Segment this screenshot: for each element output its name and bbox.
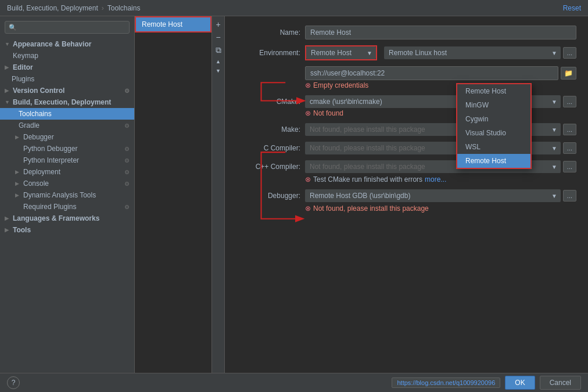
sidebar-item-label: Python Debugger xyxy=(23,145,77,153)
make-label: Make: xyxy=(236,125,300,134)
link-preview: https://blog.csdn.net/q1009920096 xyxy=(392,377,500,388)
c-compiler-dropdown-wrapper: Not found, please install this package ▼… xyxy=(305,142,576,154)
sidebar-item-label: Keymap xyxy=(13,52,38,60)
debugger-error: ⊗ Not found, please install this package xyxy=(305,204,576,213)
cancel-button[interactable]: Cancel xyxy=(540,376,581,390)
environment-dropdown[interactable]: Remote Host MinGW Cygwin Visual Studio W… xyxy=(305,45,377,60)
sidebar-item-toolchains[interactable]: Toolchains xyxy=(0,108,134,120)
search-input[interactable] xyxy=(19,23,126,31)
error-icon: ⊗ xyxy=(305,81,311,89)
debugger-dropdown-wrapper: Remote Host GDB (\usr\bin\gdb) ▼ ... xyxy=(305,189,576,202)
sidebar-item-editor[interactable]: ▶ Editor xyxy=(0,62,134,73)
reset-button[interactable]: Reset xyxy=(563,4,581,12)
sidebar-item-plugins[interactable]: Plugins xyxy=(0,73,134,85)
chevron-icon: ▶ xyxy=(15,192,21,198)
sidebar-item-gradle[interactable]: Gradle ⚙ xyxy=(0,120,134,131)
toolchain-item-label: Remote Host xyxy=(142,20,182,28)
remote-host-settings-button[interactable]: ... xyxy=(563,47,576,59)
center-list: Remote Host xyxy=(135,16,211,373)
cmake-dropdown-wrapper: cmake (\usr\bin\cmake) ▼ ... xyxy=(305,95,576,108)
debugger-settings-button[interactable]: ... xyxy=(563,190,576,202)
sidebar-item-console[interactable]: ▶ Console ⚙ xyxy=(0,178,134,189)
sidebar-item-label: Build, Execution, Deployment xyxy=(13,98,111,106)
error-icon2: ⊗ xyxy=(305,109,311,117)
chevron-icon: ▼ xyxy=(5,99,10,105)
dropdown-item-cygwin[interactable]: Cygwin xyxy=(457,112,530,126)
center-toolbar: + − ⧉ ▲ ▼ xyxy=(211,16,224,373)
sidebar-item-deployment[interactable]: ▶ Deployment ⚙ xyxy=(0,166,134,178)
make-settings-button[interactable]: ... xyxy=(563,124,576,135)
center-panel-wrapper: Remote Host + − ⧉ ▲ ▼ xyxy=(135,16,225,373)
settings-icon: ⚙ xyxy=(124,204,130,210)
credentials-field-row: 📁 xyxy=(236,66,576,80)
chevron-icon: ▶ xyxy=(15,169,21,175)
test-cmake-text: Test CMake run finished with errors xyxy=(313,175,422,184)
cpp-compiler-settings-button[interactable]: ... xyxy=(563,161,576,172)
bottom-bar: ? https://blog.csdn.net/q1009920096 OK C… xyxy=(0,373,588,392)
sidebar-item-label: Editor xyxy=(13,63,33,71)
dropdown-item-wsl[interactable]: WSL xyxy=(457,140,530,154)
move-down-button[interactable]: ▼ xyxy=(212,67,225,75)
sidebar-item-label: Required Plugins xyxy=(23,203,76,211)
help-button[interactable]: ? xyxy=(7,376,20,389)
chevron-icon: ▶ xyxy=(5,64,10,70)
name-field-row: Name: xyxy=(236,26,576,39)
sidebar-item-label: Tools xyxy=(13,226,31,234)
debugger-label: Debugger: xyxy=(236,192,300,200)
dropdown-item-remote-host-bottom[interactable]: Remote Host xyxy=(457,154,530,168)
dropdown-item-mingw[interactable]: MinGW xyxy=(457,98,530,112)
sidebar-item-label: Debugger xyxy=(23,133,54,141)
settings-icon: ⚙ xyxy=(124,181,130,187)
sidebar-item-label: Python Interpreter xyxy=(23,156,79,164)
credentials-input-wrapper: 📁 xyxy=(305,66,576,80)
sidebar-item-python-interpreter[interactable]: Python Interpreter ⚙ xyxy=(0,154,134,166)
environment-select[interactable]: Remote Host MinGW Cygwin Visual Studio W… xyxy=(306,46,376,59)
environment-label: Environment: xyxy=(236,49,300,57)
credentials-input[interactable] xyxy=(305,66,558,80)
c-compiler-settings-button[interactable]: ... xyxy=(563,142,576,154)
sidebar-item-keymap[interactable]: Keymap xyxy=(0,50,134,62)
test-cmake-warning: ⊗ Test CMake run finished with errors mo… xyxy=(305,175,576,184)
sidebar-item-label: Dynamic Analysis Tools xyxy=(23,191,96,199)
sidebar-item-required-plugins[interactable]: Required Plugins ⚙ xyxy=(0,201,134,213)
dropdown-item-remote-host-top[interactable]: Remote Host xyxy=(457,84,530,98)
sidebar-item-dynamic-analysis[interactable]: ▶ Dynamic Analysis Tools xyxy=(0,189,134,201)
search-icon: 🔍 xyxy=(9,24,17,31)
sidebar-item-label: Version Control xyxy=(13,87,64,95)
toolchain-item-remote-host[interactable]: Remote Host xyxy=(135,16,211,33)
sidebar-item-python-debugger[interactable]: Python Debugger ⚙ xyxy=(0,143,134,154)
main-layout: 🔍 ▼ Appearance & Behavior Keymap ▶ Edito… xyxy=(0,16,588,373)
sidebar-item-label: Languages & Frameworks xyxy=(13,214,99,222)
remote-host-dropdown[interactable]: Remote Linux host ▼ xyxy=(384,46,561,59)
cmake-settings-button[interactable]: ... xyxy=(563,96,576,107)
sidebar-item-version-control[interactable]: ▶ Version Control ⚙ xyxy=(0,85,134,96)
cmake-label: CMake: xyxy=(236,98,300,106)
credentials-folder-button[interactable]: 📁 xyxy=(561,67,576,80)
search-box[interactable]: 🔍 xyxy=(5,21,130,34)
add-toolchain-button[interactable]: + xyxy=(212,19,225,30)
sidebar-item-tools[interactable]: ▶ Tools xyxy=(0,224,134,236)
environment-dropdown-popup: Remote Host MinGW Cygwin Visual Studio W… xyxy=(456,83,532,169)
sidebar-item-build-exec[interactable]: ▼ Build, Execution, Deployment xyxy=(0,96,134,108)
move-up-button[interactable]: ▲ xyxy=(212,57,225,66)
debugger-select[interactable]: Remote Host GDB (\usr\bin\gdb) xyxy=(305,189,561,202)
remove-toolchain-button[interactable]: − xyxy=(212,31,225,43)
environment-dropdown-wrapper: Remote Host MinGW Cygwin Visual Studio W… xyxy=(305,45,576,60)
environment-field-row: Environment: Remote Host MinGW Cygwin Vi… xyxy=(236,45,576,60)
more-link[interactable]: more... xyxy=(425,175,446,184)
bottom-left: ? xyxy=(7,376,20,389)
chevron-icon: ▶ xyxy=(15,134,21,140)
sidebar-item-appearance[interactable]: ▼ Appearance & Behavior xyxy=(0,38,134,50)
name-label: Name: xyxy=(236,28,300,37)
debugger-error-text: Not found, please install this package xyxy=(313,204,429,213)
ok-button[interactable]: OK xyxy=(505,376,535,390)
empty-credentials-error: ⊗ Empty credentials xyxy=(305,81,576,89)
remote-host-select[interactable]: Remote Linux host xyxy=(384,46,561,59)
sidebar-item-languages[interactable]: ▶ Languages & Frameworks xyxy=(0,213,134,224)
name-input[interactable] xyxy=(305,26,576,39)
copy-toolchain-button[interactable]: ⧉ xyxy=(212,44,225,56)
dropdown-item-visual-studio[interactable]: Visual Studio xyxy=(457,126,530,140)
sidebar-item-debugger[interactable]: ▶ Debugger xyxy=(0,131,134,143)
cmake-error-text: Not found xyxy=(313,109,343,117)
debugger-dropdown[interactable]: Remote Host GDB (\usr\bin\gdb) ▼ xyxy=(305,189,561,202)
